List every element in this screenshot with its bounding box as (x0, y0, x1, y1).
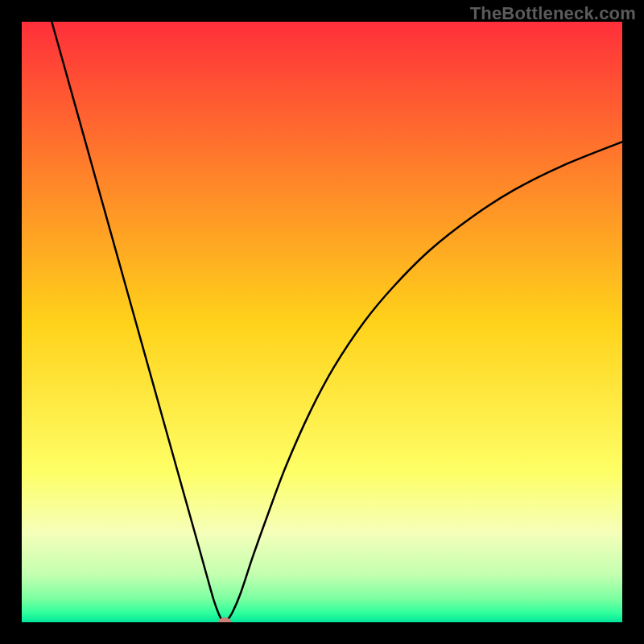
gradient-background (22, 22, 622, 622)
plot-svg (22, 22, 622, 622)
chart-frame: TheBottleneck.com (0, 0, 644, 644)
plot-area (22, 22, 622, 622)
